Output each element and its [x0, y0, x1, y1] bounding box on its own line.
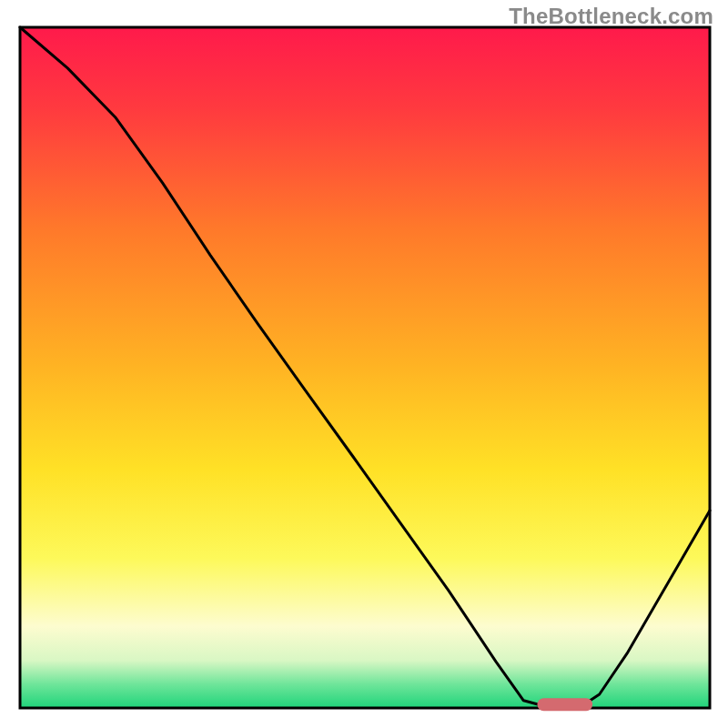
chart-container: { "watermark": "TheBottleneck.com", "cha…: [0, 0, 728, 728]
bottleneck-chart: [0, 0, 728, 728]
watermark-text: TheBottleneck.com: [509, 4, 713, 29]
optimal-zone-marker: [538, 698, 593, 711]
